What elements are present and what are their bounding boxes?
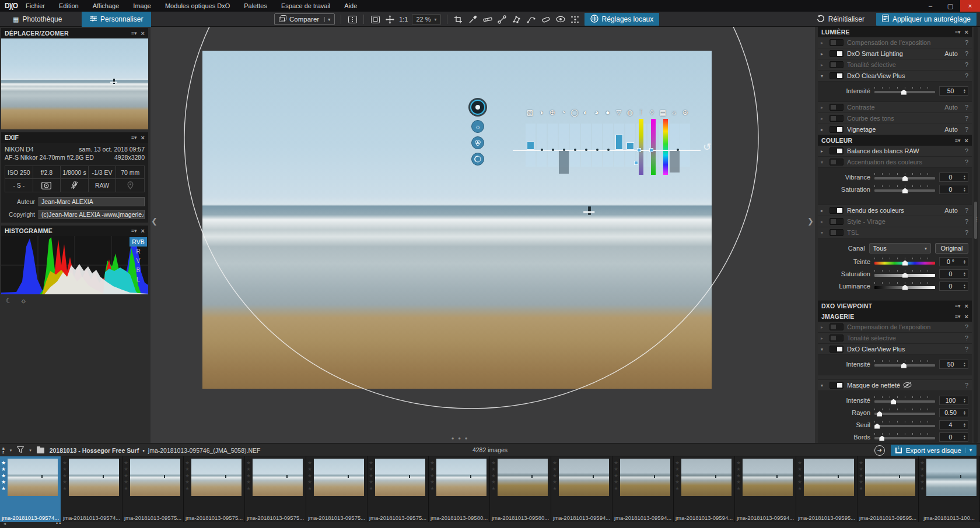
fit-screen-icon[interactable] <box>370 14 380 24</box>
masque-intensity-slider[interactable] <box>874 396 935 405</box>
original-button[interactable]: Original <box>935 243 968 254</box>
gradient-strip-hue[interactable] <box>663 119 668 175</box>
help-icon[interactable]: ? <box>965 115 968 122</box>
help-icon[interactable]: ? <box>965 323 968 330</box>
filmstrip-thumbnail[interactable]: ★★★★★ jma-20181013-09574... <box>0 456 61 522</box>
toggle[interactable] <box>830 335 844 342</box>
row-smart-lighting[interactable]: ▸ DxO Smart Lighting Auto ? <box>818 48 972 59</box>
row-jm-tonalite[interactable]: ▸ Tonalité sélective ? <box>818 333 972 344</box>
help-icon[interactable]: ? <box>965 346 968 353</box>
row-tsl[interactable]: ▾ TSL ? <box>818 227 972 238</box>
equalizer-bar[interactable] <box>527 142 534 150</box>
export-vers-disque-button[interactable]: Export vers disque ▾ <box>891 445 977 456</box>
panel-close-icon[interactable]: × <box>141 134 145 141</box>
caret-icon[interactable]: ▸ <box>821 116 826 121</box>
stepper-icon[interactable]: ▲▼ <box>961 187 968 192</box>
sort-icon[interactable]: az <box>2 447 5 454</box>
toggle[interactable] <box>830 229 844 236</box>
masque-intensity-value[interactable]: 100▲▼ <box>939 396 968 405</box>
tab-phototheque[interactable]: ▦ Photothèque <box>5 12 70 27</box>
stepper-icon[interactable]: ▲▼ <box>961 410 968 415</box>
panel-menu-icon[interactable]: ≡▾ <box>955 29 961 35</box>
adjustment-channel-icon[interactable]: ◑ <box>537 108 545 117</box>
star-rating[interactable]: ★★★★★ <box>124 460 128 492</box>
current-folder[interactable]: 20181013 - Hossegor Free Surf <box>50 447 139 454</box>
adjustment-channel-icon[interactable]: ⊛ <box>681 108 689 117</box>
help-icon[interactable]: ? <box>965 335 968 342</box>
saturation-value[interactable]: 0▲▼ <box>939 185 968 194</box>
navigator-thumbnail[interactable] <box>1 38 148 129</box>
filmstrip-thumbnail[interactable]: ★★★★★ jma-20181013-09594... <box>735 456 796 522</box>
panel-menu-icon[interactable]: ≡▾ <box>131 135 137 140</box>
toggle[interactable] <box>830 323 844 330</box>
panel-menu-icon[interactable]: ≡▾ <box>955 303 961 309</box>
stepper-icon[interactable]: ▲▼ <box>961 259 968 264</box>
channel-b[interactable]: B <box>130 265 147 274</box>
stepper-icon[interactable]: ▲▼ <box>961 362 968 367</box>
menu-edition[interactable]: Edition <box>59 2 79 9</box>
help-icon[interactable]: ? <box>965 39 968 46</box>
caret-icon[interactable]: ▸ <box>821 62 826 68</box>
masque-rayon-slider[interactable] <box>874 408 935 417</box>
maximize-button[interactable]: ▢ <box>940 0 960 12</box>
adjustment-channel-icon[interactable]: ☼ <box>670 108 678 117</box>
adjustment-channel-icon[interactable]: ▧ <box>526 108 534 117</box>
help-icon[interactable]: ? <box>965 50 968 57</box>
equalizer-handle[interactable] <box>637 148 641 152</box>
horizon-tool-icon[interactable] <box>482 14 493 24</box>
adjustment-channel-icon[interactable]: ◊ <box>648 108 656 117</box>
caret-icon[interactable]: ▾ <box>821 160 826 165</box>
stepper-icon[interactable]: ▲▼ <box>961 284 968 288</box>
star-rating[interactable]: ★★★★★ <box>430 460 435 492</box>
masque-seuil-slider[interactable] <box>874 420 935 430</box>
panel-close-icon[interactable]: × <box>965 137 968 144</box>
star-rating[interactable]: ★★★★★ <box>736 460 741 492</box>
menu-aide[interactable]: Aide <box>344 2 357 9</box>
teinte-value[interactable]: 0 °▲▼ <box>939 257 968 266</box>
menu-affichage[interactable]: Affichage <box>93 2 120 9</box>
toggle[interactable] <box>830 50 844 57</box>
filmstrip-thumbnail[interactable]: ★★★★★ jma-20181013-09574... <box>61 456 123 522</box>
masque-bords-slider[interactable] <box>874 432 935 442</box>
next-image-icon[interactable]: ➜ <box>874 445 885 456</box>
adjustment-channel-icon[interactable]: ⊕ <box>548 108 556 117</box>
toggle[interactable] <box>830 104 844 111</box>
splitter-handle[interactable]: • • • <box>452 435 468 443</box>
filmstrip-thumbnail[interactable]: ★★★★★ jma-20181013-09580... <box>490 456 551 522</box>
toggle[interactable] <box>830 126 844 133</box>
copyright-field[interactable]: (c)Jean-Marc ALEXIA -www.jmagerie.cor <box>38 210 145 219</box>
stepper-icon[interactable]: ▲▼ <box>961 423 968 427</box>
help-icon[interactable]: ? <box>965 72 968 79</box>
eye-slash-icon[interactable] <box>903 382 912 389</box>
current-file[interactable]: jma-20181013-095746_(JMA_5058).NEF <box>148 447 261 454</box>
help-icon[interactable]: ? <box>965 382 968 389</box>
star-rating[interactable]: ★★★★★ <box>797 460 802 492</box>
control-line-icon[interactable] <box>526 14 537 24</box>
panel-close-icon[interactable]: × <box>965 313 968 320</box>
masque-rayon-value[interactable]: 0.50▲▼ <box>939 408 968 417</box>
color-settings-button[interactable] <box>471 136 484 149</box>
star-rating[interactable]: ★★★★★ <box>552 460 557 492</box>
caret-icon[interactable]: ▾ <box>821 73 826 79</box>
scale-1-1[interactable]: 1:1 <box>399 16 408 23</box>
toggle[interactable] <box>830 147 844 154</box>
caret-icon[interactable]: ▸ <box>821 127 826 132</box>
adjustment-channel-icon[interactable]: ◍ <box>626 108 634 117</box>
close-button[interactable]: × <box>960 0 980 12</box>
canal-select[interactable]: Tous▾ <box>869 243 931 254</box>
filmstrip-thumbnail[interactable]: ★★★★★ jma-20181013-100... <box>919 456 980 522</box>
toggle[interactable] <box>830 115 844 122</box>
help-icon[interactable]: ? <box>965 218 968 225</box>
adjustment-channel-icon[interactable]: ⊺ <box>637 108 645 117</box>
star-rating[interactable]: ★★★★★ <box>1 460 6 492</box>
caret-icon[interactable]: ▸ <box>821 149 826 154</box>
equalizer-bar[interactable] <box>615 135 623 150</box>
masque-bords-value[interactable]: 0▲▼ <box>939 432 968 442</box>
row-rendu-couleurs[interactable]: ▸ Rendu des couleurs Auto ? <box>818 205 972 216</box>
equalizer-bar[interactable] <box>626 142 634 150</box>
intensity-value[interactable]: 50 ▲▼ <box>939 86 968 96</box>
row-masque-nettete[interactable]: ▾ Masque de netteté ? <box>818 380 972 391</box>
row-clearview-plus[interactable]: ▾ DxO ClearView Plus ? <box>818 71 972 82</box>
white-balance-picker-icon[interactable] <box>468 14 478 24</box>
row-accentuation-couleurs[interactable]: ▾ Accentuation des couleurs ? <box>818 157 972 168</box>
